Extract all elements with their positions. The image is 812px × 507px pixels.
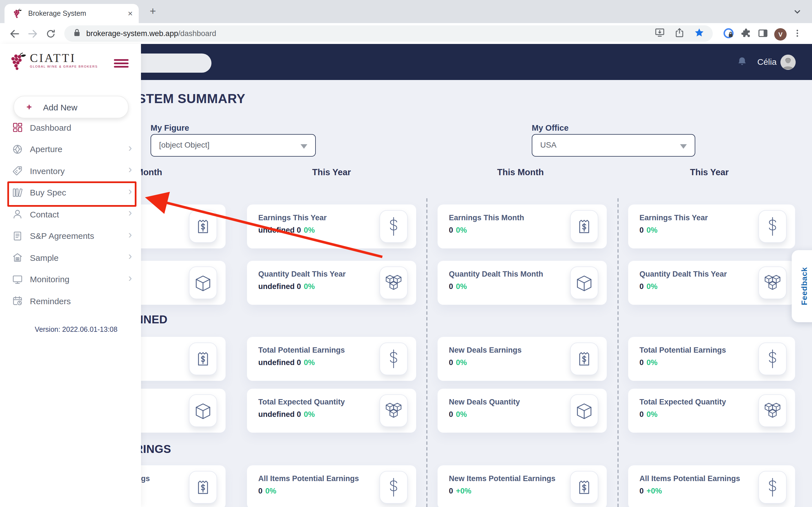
reload-button[interactable] (44, 27, 57, 41)
filter-label-my-office: My Office (532, 123, 569, 132)
stat-card: Quantity Dealt This Month00% (438, 261, 607, 305)
column-header: This Year (690, 167, 728, 177)
stat-label: New Deals Earnings (449, 346, 522, 354)
my-figure-select[interactable]: [object Object] (151, 134, 316, 157)
stat-percent: 0% (304, 358, 315, 367)
stat-label: Earnings This Year (258, 214, 327, 222)
stat-card: All Items Potential Earnings00% (247, 465, 416, 507)
sidebar-item-monitoring[interactable]: Monitoring› (0, 269, 141, 290)
stat-percent: +0% (647, 487, 662, 495)
stat-value: undefined 0 (258, 358, 301, 367)
tab-strip: Brokerage System × + (0, 0, 812, 23)
feedback-tab[interactable]: Feedback (792, 250, 812, 322)
dollar-icon (758, 471, 786, 504)
browser-tab[interactable]: Brokerage System × (4, 4, 139, 23)
dollar-icon (758, 210, 786, 243)
menu-toggle-icon[interactable] (114, 59, 129, 68)
stat-card: Quantity Dealt This Yearundefined 00% (247, 261, 416, 305)
stat-label: All Items Potential Earnings (640, 474, 740, 483)
stat-value: 0 (449, 410, 453, 418)
side-panel-icon[interactable] (757, 27, 769, 41)
plus-icon: + (27, 102, 32, 112)
receipt-dollar-icon (570, 342, 598, 375)
close-tab-icon[interactable]: × (124, 8, 136, 19)
dollar-icon (379, 210, 408, 243)
site-favicon-grapes-icon (13, 8, 22, 19)
password-manager-icon[interactable] (722, 27, 735, 42)
bookmark-star-icon[interactable] (694, 27, 705, 40)
feedback-label: Feedback (800, 267, 809, 305)
brand-name: CIATTI (30, 52, 98, 64)
stat-label: Earnings This Year (640, 214, 708, 222)
sidebar-item-reminders[interactable]: Reminders (0, 290, 141, 312)
my-office-value: USA (540, 140, 557, 149)
install-icon[interactable] (654, 27, 665, 40)
document-icon (11, 230, 24, 242)
receipt-dollar-icon (189, 471, 217, 504)
sidebar-item-s-p-agreements[interactable]: S&P Agreements› (0, 225, 141, 247)
stat-value: undefined 0 (258, 410, 301, 418)
sidebar-item-dashboard[interactable]: Dashboard (0, 117, 141, 138)
column-header: This Month (497, 167, 544, 177)
stat-label: Quantity Dealt This Year (640, 270, 727, 278)
stat-value-row: 00% (640, 358, 658, 367)
stat-value: 0 (640, 487, 644, 495)
stat-value-row: 00% (640, 282, 658, 291)
stat-value: 0 (449, 358, 453, 367)
menu-kebab-icon[interactable] (792, 28, 802, 41)
cards-row: Total Potential Earningsundefined 00%New… (56, 337, 796, 381)
stat-value-row: 00% (449, 282, 467, 291)
sidebar-item-label: Aperture (30, 145, 62, 154)
add-new-label: Add New (43, 102, 78, 112)
my-figure-value: [object Object] (159, 140, 209, 149)
warehouse-icon (11, 251, 24, 264)
user-name[interactable]: Célia (757, 57, 776, 66)
receipt-dollar-icon (189, 210, 217, 243)
stat-card: Total Potential Earnings00% (628, 337, 795, 381)
receipt-dollar-icon (189, 342, 217, 375)
stat-label: Total Potential Earnings (258, 346, 345, 354)
stat-label: All Items Potential Earnings (258, 474, 359, 483)
stat-card: Total Expected Quantityundefined 00% (247, 389, 416, 433)
stat-value-row: 00% (640, 226, 658, 234)
sidebar-item-aperture[interactable]: Aperture› (0, 138, 141, 160)
stat-value-row: undefined 00% (258, 410, 315, 418)
user-avatar[interactable] (780, 55, 796, 70)
url-bar[interactable]: brokerage-system.web.app/dashboard (64, 25, 713, 42)
add-new-button[interactable]: + Add New (13, 96, 129, 118)
dashboard-icon (11, 121, 24, 134)
grapes-logo-icon (10, 52, 28, 74)
stat-percent: 0% (647, 410, 658, 418)
stat-value-row: 0+0% (449, 487, 471, 495)
stat-value-row: 00% (449, 410, 467, 418)
tab-search-chevron-icon[interactable] (793, 7, 802, 18)
sidebar-item-inventory[interactable]: Inventory› (0, 160, 141, 182)
stat-label: gs (141, 474, 150, 483)
chevron-right-icon: › (128, 207, 132, 219)
lock-icon (73, 28, 81, 39)
notifications-bell-icon[interactable] (737, 56, 748, 69)
stat-percent: 0% (304, 282, 315, 291)
sidebar-item-sample[interactable]: Sample› (0, 247, 141, 269)
new-tab-button[interactable]: + (146, 4, 160, 18)
stat-label: Total Potential Earnings (640, 346, 726, 354)
stat-percent: 0% (456, 282, 467, 291)
stat-value: 0 (640, 282, 644, 291)
chevron-right-icon: › (128, 272, 132, 284)
stat-label: Quantity Dealt This Year (258, 270, 346, 278)
my-office-select[interactable]: USA (532, 134, 695, 157)
browser-toolbar: brokerage-system.web.app/dashboard (0, 23, 812, 44)
sidebar-item-label: Inventory (30, 166, 64, 176)
profile-avatar[interactable]: V (774, 28, 786, 41)
cards-row: Quantity Dealt This Yearundefined 00%Qua… (56, 261, 796, 305)
stat-card: New Items Potential Earnings0+0% (438, 465, 607, 507)
stat-percent: +0% (456, 487, 471, 495)
extensions-icon[interactable] (741, 27, 752, 41)
back-button[interactable] (8, 27, 21, 41)
share-icon[interactable] (674, 27, 685, 40)
stat-value-row: 00% (640, 410, 658, 418)
column-header: This Year (312, 167, 351, 177)
stat-card: Earnings This Yearundefined 00% (247, 205, 416, 248)
forward-button[interactable] (26, 27, 40, 41)
chevron-right-icon: › (128, 250, 132, 263)
